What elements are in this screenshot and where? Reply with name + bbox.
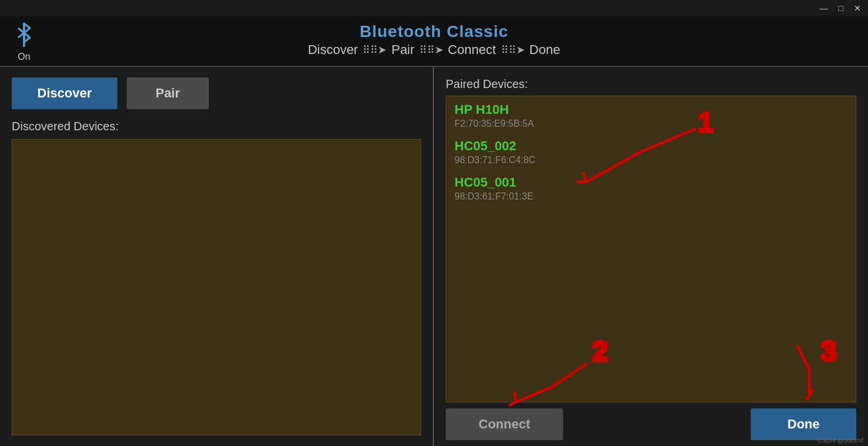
- step-arrow-2: ⠿⠿➤: [419, 43, 443, 56]
- title-bar: — □ ✕: [0, 0, 868, 16]
- bluetooth-on-label: On: [18, 52, 30, 62]
- step-arrow-1: ⠿⠿➤: [362, 43, 386, 56]
- app-title: Bluetooth Classic: [360, 22, 508, 41]
- app-container: On Bluetooth Classic Discover ⠿⠿➤ Pair ⠿…: [0, 16, 868, 446]
- discovered-devices-list: [12, 139, 421, 435]
- step-connect: Connect: [448, 42, 496, 58]
- watermark: CSDN @ooolmf: [818, 437, 863, 444]
- left-buttons: Discover Pair: [12, 77, 421, 109]
- discovered-label: Discovered Devices:: [12, 120, 421, 133]
- minimize-button[interactable]: —: [820, 4, 828, 13]
- device-mac-0: F2:70:35:E9:5B:5A: [455, 119, 847, 129]
- step-arrow-3: ⠿⠿➤: [501, 43, 525, 56]
- steps-bar: Discover ⠿⠿➤ Pair ⠿⠿➤ Connect ⠿⠿➤ Done: [308, 42, 560, 58]
- left-panel: Discover Pair Discovered Devices:: [0, 67, 434, 446]
- bluetooth-icon: [12, 20, 36, 50]
- right-panel: Paired Devices: HP H10H F2:70:35:E9:5B:5…: [434, 67, 868, 446]
- step-discover: Discover: [308, 42, 358, 58]
- maximize-button[interactable]: □: [839, 4, 843, 13]
- paired-device-2[interactable]: HC05_001 98:D3:61:F7:01:3E: [455, 175, 847, 202]
- bluetooth-status: On: [12, 20, 36, 62]
- close-button[interactable]: ✕: [854, 4, 861, 13]
- paired-label: Paired Devices:: [446, 77, 856, 91]
- step-done: Done: [530, 42, 561, 58]
- header-center: Bluetooth Classic Discover ⠿⠿➤ Pair ⠿⠿➤ …: [0, 22, 868, 58]
- title-bar-controls: — □ ✕: [820, 4, 861, 13]
- device-mac-2: 98:D3:61:F7:01:3E: [455, 191, 847, 202]
- connect-button[interactable]: Connect: [446, 408, 563, 440]
- paired-devices-list: HP H10H F2:70:35:E9:5B:5A HC05_002 98:D3…: [446, 96, 856, 403]
- device-name-0: HP H10H: [455, 102, 847, 117]
- main-content: Discover Pair Discovered Devices: Paired…: [0, 67, 868, 446]
- paired-device-1[interactable]: HC05_002 98:D3:71:F6:C4:8C: [455, 138, 847, 165]
- discover-button[interactable]: Discover: [12, 77, 117, 109]
- step-pair: Pair: [391, 42, 414, 58]
- header: On Bluetooth Classic Discover ⠿⠿➤ Pair ⠿…: [0, 16, 868, 67]
- pair-button[interactable]: Pair: [127, 77, 209, 109]
- device-name-1: HC05_002: [455, 138, 847, 154]
- device-mac-1: 98:D3:71:F6:C4:8C: [455, 155, 847, 165]
- paired-device-0[interactable]: HP H10H F2:70:35:E9:5B:5A: [455, 102, 847, 129]
- right-bottom-buttons: Connect Done: [446, 403, 856, 446]
- device-name-2: HC05_001: [455, 175, 847, 190]
- done-button[interactable]: Done: [751, 408, 856, 440]
